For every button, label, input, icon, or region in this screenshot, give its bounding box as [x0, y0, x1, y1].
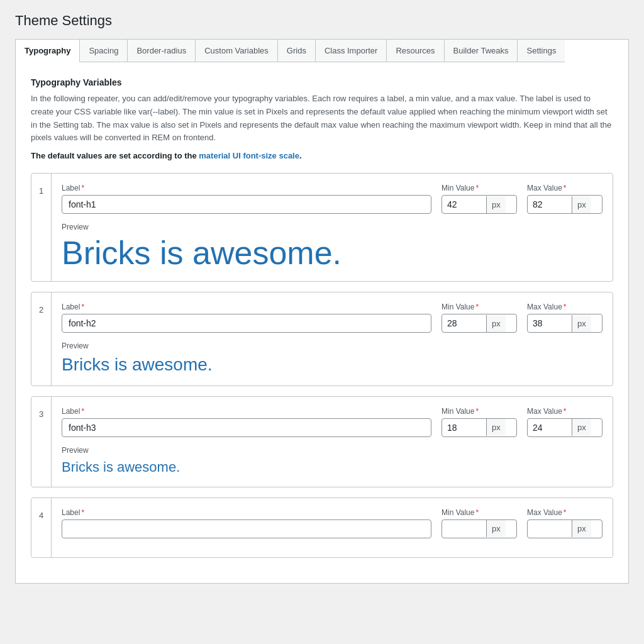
tab-spacing[interactable]: Spacing — [80, 40, 128, 62]
preview-text-3: Bricks is awesome. — [62, 458, 602, 477]
max-value-field-group-2: Max Value* px — [527, 303, 602, 333]
note-link[interactable]: material UI font-size scale — [199, 151, 299, 160]
label-field-group-1: Label* — [62, 184, 431, 214]
preview-text-2: Bricks is awesome. — [62, 354, 602, 375]
min-value-label-1: Min Value* — [441, 184, 517, 192]
tab-builder-tweaks[interactable]: Builder Tweaks — [445, 40, 518, 62]
label-field-label-4: Label* — [62, 508, 431, 517]
label-field-group-2: Label* — [62, 303, 431, 333]
page-title: Theme Settings — [15, 13, 629, 29]
fields-row-1: Label* Min Value* px — [62, 184, 602, 214]
min-input-2[interactable] — [442, 314, 486, 332]
typography-row-2: 2 Label* Min Value* — [31, 292, 613, 386]
max-value-field-group-4: Max Value* px — [527, 508, 602, 538]
max-input-unit-1: px — [527, 195, 602, 214]
min-input-3[interactable] — [442, 419, 486, 436]
min-value-label-2: Min Value* — [441, 303, 517, 311]
row-number-2: 2 — [31, 292, 52, 386]
max-value-label-3: Max Value* — [527, 407, 602, 416]
max-unit-3: px — [572, 419, 591, 436]
max-input-2[interactable] — [528, 314, 572, 332]
label-input-3[interactable] — [62, 418, 431, 437]
fields-row-4: Label* Min Value* px — [62, 508, 602, 538]
min-value-field-group-1: Min Value* px — [441, 184, 517, 214]
label-input-1[interactable] — [62, 195, 431, 214]
label-field-group-4: Label* — [62, 508, 431, 538]
page-wrapper: Theme Settings Typography Spacing Border… — [0, 0, 644, 596]
fields-row-2: Label* Min Value* px — [62, 303, 602, 333]
label-input-4[interactable] — [62, 519, 431, 538]
min-value-field-group-3: Min Value* px — [441, 407, 517, 437]
max-input-unit-2: px — [527, 314, 602, 333]
min-unit-2: px — [486, 315, 506, 332]
label-field-label-2: Label* — [62, 303, 431, 311]
tab-settings[interactable]: Settings — [518, 40, 565, 62]
row-number-4: 4 — [31, 498, 52, 557]
min-input-unit-4: px — [441, 519, 517, 538]
label-field-label-1: Label* — [62, 184, 431, 192]
label-input-2[interactable] — [62, 314, 431, 333]
max-input-4[interactable] — [528, 520, 572, 538]
max-input-1[interactable] — [528, 196, 572, 213]
tab-grids[interactable]: Grids — [278, 40, 316, 62]
section-description: In the following repeater, you can add/e… — [31, 92, 613, 145]
min-input-unit-2: px — [441, 314, 517, 333]
min-input-1[interactable] — [442, 196, 486, 213]
typography-row-3: 3 Label* Min Value* — [31, 396, 613, 487]
preview-label-2: Preview — [62, 341, 602, 350]
section-note: The default values are set according to … — [31, 151, 613, 160]
row-number-3: 3 — [31, 397, 52, 487]
typography-row-4: 4 Label* Min Value* — [31, 497, 613, 558]
min-input-4[interactable] — [442, 520, 486, 538]
min-unit-3: px — [486, 419, 506, 436]
min-value-label-4: Min Value* — [441, 508, 517, 517]
min-input-unit-3: px — [441, 418, 517, 437]
max-value-label-2: Max Value* — [527, 303, 602, 311]
section-title: Typography Variables — [31, 77, 613, 87]
min-unit-1: px — [486, 196, 506, 213]
tab-resources[interactable]: Resources — [387, 40, 444, 62]
tabs-container: Typography Spacing Border-radius Custom … — [15, 39, 629, 62]
max-value-label-4: Max Value* — [527, 508, 602, 517]
max-unit-1: px — [572, 196, 591, 213]
fields-row-3: Label* Min Value* px — [62, 407, 602, 437]
min-value-label-3: Min Value* — [441, 407, 517, 416]
min-value-field-group-4: Min Value* px — [441, 508, 517, 538]
max-value-field-group-1: Max Value* px — [527, 184, 602, 214]
tab-border-radius[interactable]: Border-radius — [128, 40, 196, 62]
row-content-3: Label* Min Value* px — [52, 397, 613, 487]
content-area: Typography Variables In the following re… — [15, 62, 629, 584]
max-input-unit-3: px — [527, 418, 602, 437]
min-value-field-group-2: Min Value* px — [441, 303, 517, 333]
preview-text-1: Bricks is awesome. — [62, 235, 602, 271]
max-value-field-group-3: Max Value* px — [527, 407, 602, 437]
row-content-1: Label* Min Value* px — [52, 174, 613, 281]
typography-row-1: 1 Label* Min Value* — [31, 173, 613, 282]
min-unit-4: px — [486, 520, 506, 537]
tab-custom-variables[interactable]: Custom Variables — [196, 40, 278, 62]
max-value-label-1: Max Value* — [527, 184, 602, 192]
max-input-unit-4: px — [527, 519, 602, 538]
row-content-4: Label* Min Value* px — [52, 498, 613, 557]
label-field-group-3: Label* — [62, 407, 431, 437]
preview-label-1: Preview — [62, 223, 602, 231]
note-prefix: The default values are set according to … — [31, 151, 199, 160]
note-suffix: . — [299, 151, 302, 160]
tab-class-importer[interactable]: Class Importer — [316, 40, 387, 62]
tab-typography[interactable]: Typography — [16, 40, 80, 62]
max-unit-2: px — [572, 315, 591, 332]
max-unit-4: px — [572, 520, 591, 537]
row-number-1: 1 — [31, 174, 52, 281]
min-input-unit-1: px — [441, 195, 517, 214]
label-field-label-3: Label* — [62, 407, 431, 416]
max-input-3[interactable] — [528, 419, 572, 436]
preview-label-3: Preview — [62, 446, 602, 455]
row-content-2: Label* Min Value* px — [52, 292, 613, 386]
